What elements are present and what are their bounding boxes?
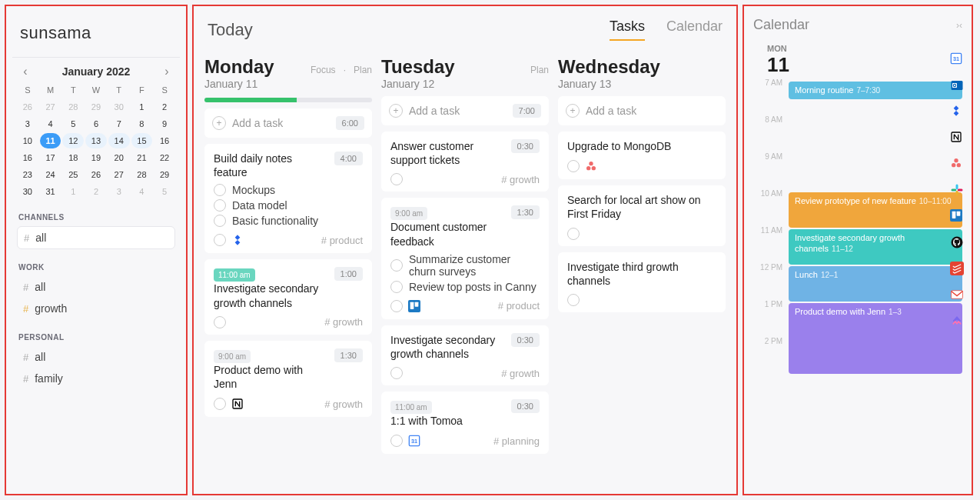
- focus-button[interactable]: Focus: [311, 65, 336, 75]
- channel-item[interactable]: #all: [17, 226, 175, 249]
- task-card[interactable]: Investigate third growth channels: [558, 252, 726, 312]
- subtask-item[interactable]: Summarize customer churn surveys: [390, 253, 540, 278]
- channel-item[interactable]: #all: [17, 276, 175, 298]
- calendar-day[interactable]: 10: [17, 133, 38, 148]
- collapse-icon[interactable]: ›‹: [956, 20, 962, 31]
- gcal-icon[interactable]: 31: [950, 52, 965, 68]
- calendar-day[interactable]: 21: [131, 150, 153, 165]
- calendar-day[interactable]: 2: [154, 99, 175, 115]
- calendar-day[interactable]: 28: [131, 167, 153, 182]
- calendar-day[interactable]: 1: [62, 184, 84, 199]
- calendar-day[interactable]: 2: [85, 184, 107, 199]
- task-checkbox[interactable]: [214, 398, 226, 410]
- subtask-checkbox[interactable]: [390, 259, 403, 272]
- calendar-day[interactable]: 22: [154, 150, 175, 165]
- calendar-event[interactable]: Product demo with Jenn1–3: [789, 303, 962, 374]
- task-card[interactable]: Answer customer support tickets0:30# gro…: [381, 132, 549, 192]
- calendar-day[interactable]: 1: [131, 99, 153, 115]
- task-tag[interactable]: # growth: [324, 398, 363, 410]
- add-task-input[interactable]: +Add a task7:00: [381, 96, 549, 125]
- task-card[interactable]: Search for local art show on First Frida…: [558, 185, 726, 245]
- task-card[interactable]: Upgrade to MongoDB: [558, 132, 726, 179]
- subtask-item[interactable]: Mockups: [214, 184, 363, 196]
- add-task-input[interactable]: +Add a task6:00: [204, 108, 372, 138]
- plan-button[interactable]: Plan: [354, 65, 372, 75]
- task-tag[interactable]: # growth: [324, 316, 363, 328]
- task-checkbox[interactable]: [390, 435, 403, 447]
- slack-icon[interactable]: [950, 183, 965, 198]
- subtask-checkbox[interactable]: [214, 215, 226, 227]
- prev-month-icon[interactable]: ‹: [20, 66, 31, 77]
- tab-tasks[interactable]: Tasks: [610, 18, 645, 41]
- calendar-day[interactable]: 29: [85, 99, 107, 115]
- task-checkbox[interactable]: [567, 294, 580, 306]
- plan-button[interactable]: Plan: [530, 65, 549, 75]
- calendar-day[interactable]: 4: [131, 184, 153, 199]
- calendar-day[interactable]: 15: [131, 133, 153, 148]
- calendar-day[interactable]: 5: [154, 184, 175, 199]
- todoist-icon[interactable]: [950, 262, 965, 277]
- task-card[interactable]: Build daily notes feature4:00MockupsData…: [204, 144, 372, 253]
- calendar-day[interactable]: 29: [154, 167, 175, 182]
- calendar-event[interactable]: Lunch12–1: [789, 266, 962, 302]
- calendar-day[interactable]: 14: [108, 133, 130, 148]
- calendar-day[interactable]: 23: [17, 167, 38, 182]
- calendar-day[interactable]: 30: [17, 184, 38, 199]
- subtask-checkbox[interactable]: [390, 281, 403, 293]
- task-checkbox[interactable]: [214, 316, 226, 328]
- gmail-icon[interactable]: [950, 288, 965, 303]
- task-tag[interactable]: # product: [498, 300, 540, 312]
- calendar-day[interactable]: 4: [40, 116, 61, 132]
- calendar-day[interactable]: 13: [85, 133, 107, 148]
- calendar-day[interactable]: 20: [108, 150, 130, 165]
- subtask-item[interactable]: Review top posts in Canny: [390, 281, 540, 293]
- calendar-event[interactable]: Review prototype of new feature10–11:00: [789, 192, 962, 228]
- calendar-day[interactable]: 16: [154, 133, 175, 148]
- notion-icon[interactable]: [950, 131, 965, 146]
- task-tag[interactable]: # growth: [501, 174, 540, 185]
- task-checkbox[interactable]: [567, 160, 580, 172]
- calendar-day[interactable]: 5: [62, 116, 84, 132]
- calendar-day[interactable]: 27: [108, 167, 130, 182]
- calendar-event[interactable]: Morning routine7–7:30: [789, 82, 962, 99]
- task-card[interactable]: 11:00 am1:1 with Tomoa0:3031# planning: [381, 392, 549, 454]
- task-checkbox[interactable]: [390, 367, 403, 379]
- calendar-day[interactable]: 18: [62, 150, 84, 165]
- channel-item[interactable]: #family: [17, 368, 175, 389]
- calendar-day[interactable]: 3: [17, 116, 38, 132]
- channel-item[interactable]: #all: [17, 346, 175, 368]
- calendar-day[interactable]: 16: [17, 150, 38, 165]
- calendar-event[interactable]: Investigate secondary growth channels11–…: [789, 229, 962, 265]
- calendar-day[interactable]: 26: [85, 167, 107, 182]
- task-tag[interactable]: # planning: [493, 435, 540, 447]
- calendar-day[interactable]: 25: [62, 167, 84, 182]
- subtask-checkbox[interactable]: [214, 199, 226, 212]
- clickup-icon[interactable]: [950, 314, 965, 329]
- task-card[interactable]: Investigate secondary growth channels0:3…: [381, 325, 549, 385]
- tab-calendar[interactable]: Calendar: [666, 18, 723, 41]
- calendar-day[interactable]: 9: [154, 116, 175, 132]
- calendar-day[interactable]: 28: [62, 99, 84, 115]
- task-checkbox[interactable]: [567, 228, 580, 240]
- trello-icon[interactable]: [950, 209, 965, 225]
- task-card[interactable]: 9:00 amProduct demo with Jenn1:30# growt…: [204, 341, 372, 417]
- calendar-day[interactable]: 8: [131, 116, 153, 132]
- calendar-day[interactable]: 24: [40, 167, 61, 182]
- calendar-day[interactable]: 6: [85, 116, 107, 132]
- asana-icon[interactable]: [950, 157, 965, 172]
- next-month-icon[interactable]: ›: [161, 66, 172, 77]
- task-checkbox[interactable]: [390, 173, 403, 185]
- subtask-item[interactable]: Data model: [214, 199, 363, 212]
- calendar-day[interactable]: 12: [62, 133, 84, 148]
- task-card[interactable]: 11:00 amInvestigate secondary growth cha…: [204, 259, 372, 334]
- calendar-day[interactable]: 3: [108, 184, 130, 199]
- calendar-day[interactable]: 11: [40, 133, 61, 148]
- add-task-input[interactable]: +Add a task: [558, 96, 726, 125]
- calendar-day[interactable]: 26: [17, 99, 38, 115]
- calendar-day[interactable]: 7: [108, 116, 130, 132]
- jira-icon[interactable]: [950, 105, 965, 120]
- channel-item[interactable]: #growth: [17, 298, 175, 319]
- task-checkbox[interactable]: [214, 234, 226, 246]
- calendar-day[interactable]: 31: [40, 184, 61, 199]
- task-tag[interactable]: # growth: [501, 368, 540, 379]
